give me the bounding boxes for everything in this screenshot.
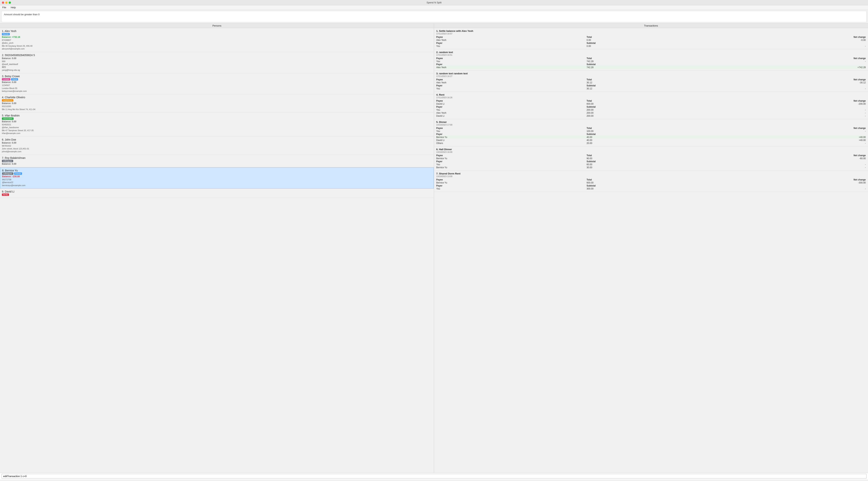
person-detail: Blk 11 Ang Mo Kio Street 74, #11-04 <box>2 108 432 111</box>
command-input[interactable] <box>1 474 867 479</box>
row-label: Alex Yeoh <box>436 66 587 69</box>
row-total: 600.00 <box>587 181 716 184</box>
person-item[interactable]: 3. Betsy Crowe Londonfriend Balance: 0.0… <box>0 73 434 94</box>
menu-file[interactable]: File <box>1 6 7 9</box>
transaction-table: Payee Total Net change You 100.00 - Paye… <box>436 127 866 145</box>
transaction-item[interactable]: 4. Rent 17/11/2023 16:26 Payee Total Net… <box>434 92 868 119</box>
transaction-table: Payee Total Net change Bernice Yu 90.00 … <box>436 154 866 169</box>
row-netchange: - <box>715 44 866 47</box>
row-total: 200.00 <box>587 111 716 115</box>
transactions-list: 1. Settle balance with Alex Yeoh 17/11/2… <box>434 28 868 473</box>
person-detail: 87438807 <box>2 39 432 41</box>
person-item[interactable]: 8. Bernice Yu colleaguesfriends Balance:… <box>0 167 434 189</box>
netchange-empty <box>715 41 866 44</box>
person-item[interactable]: 2. 5920345089284059824 5 Balance: 0.00 9… <box>0 52 434 73</box>
transaction-item[interactable]: 2. random text 17/11/2023 16:51 Payee To… <box>434 49 868 71</box>
persons-list: 1. Alex Yeoh friends Balance: +732.16 87… <box>0 28 434 473</box>
subtotal-label: Subtotal <box>587 184 716 187</box>
transaction-item[interactable]: 7. Shared Dorm Rent 13/10/2023 13:00 Pay… <box>434 171 868 192</box>
person-item[interactable]: 5. Irfan Ibrahim classmates Balance: 0.0… <box>0 113 434 137</box>
transaction-date: 17/11/2023 16:26 <box>436 96 866 99</box>
person-item[interactable]: 4. Charlotte Oliveiro neighbours Balance… <box>0 94 434 113</box>
subtotal-label: Subtotal <box>587 63 716 66</box>
row-label: David Li <box>436 139 587 142</box>
person-item[interactable]: 9. David Li family <box>0 189 434 198</box>
person-tag: London <box>2 78 10 81</box>
subtotal-label: Subtotal <box>587 160 716 163</box>
person-tag: colleagues <box>2 172 13 175</box>
person-detail: @bernice22 <box>2 181 432 184</box>
payee-header-label: Payee <box>436 178 587 181</box>
person-tag: family <box>2 193 9 196</box>
person-detail: johnd@example.com <box>2 150 432 153</box>
person-detail: John street, block 123,#01-01 <box>2 147 432 150</box>
row-netchange: +40.00 <box>715 139 866 142</box>
row-label: You <box>436 60 587 63</box>
row-total: 200.00 <box>587 115 716 118</box>
person-name: 5. Irfan Ibrahim <box>2 114 432 117</box>
row-netchange: +742.28 <box>715 66 866 69</box>
row-total: 742.28 <box>587 60 716 63</box>
transaction-item[interactable]: 1. Settle balance with Alex Yeoh 17/11/2… <box>434 28 868 49</box>
person-detail: 98765432 <box>2 145 432 147</box>
error-banner: Amount should be greater than 0 <box>1 11 867 22</box>
maximize-button[interactable] <box>9 1 11 4</box>
person-name: 8. Bernice Yu <box>2 169 432 172</box>
person-item[interactable]: 1. Alex Yeoh friends Balance: +732.16 87… <box>0 28 434 52</box>
transaction-date: 13/10/2023 16:00 <box>436 151 866 153</box>
row-netchange: - <box>715 142 866 145</box>
row-label: You <box>436 187 587 190</box>
transactions-panel: Transactions 1. Settle balance with Alex… <box>434 24 868 473</box>
payer-label: Payer <box>436 133 587 136</box>
menu-help[interactable]: Help <box>10 6 17 9</box>
payer-label: Payer <box>436 105 587 108</box>
persons-header: Persons <box>0 24 434 28</box>
row-netchange: - <box>715 60 866 63</box>
close-button[interactable] <box>2 1 4 4</box>
transaction-title: 3. random text random text <box>436 72 866 75</box>
row-total: 90.00 <box>587 157 716 160</box>
person-details: 93210283Blk 11 Ang Mo Kio Street 74, #11… <box>2 105 432 111</box>
person-details: 87438807@alex_yeohBlk 30 Geylang Street … <box>2 39 432 51</box>
row-total: 40.00 <box>587 136 716 139</box>
person-detail: 93210283 <box>2 105 432 108</box>
transaction-item[interactable]: 5. Dinner 14/10/2023 17:00 Payee Total N… <box>434 119 868 147</box>
transaction-date: 17/11/2023 16:51 <box>436 54 866 56</box>
row-total: 30.12 <box>587 87 716 90</box>
row-total: 20.00 <box>587 142 716 145</box>
person-detail: betsycrowe@example.com <box>2 90 432 93</box>
transaction-item[interactable]: 6. Hall Dinner 13/10/2023 16:00 Payee To… <box>434 147 868 171</box>
person-name: 9. David Li <box>2 190 432 193</box>
total-header-label: Total <box>587 78 716 81</box>
person-item[interactable]: 6. John Doe Balance: 0.00 98765432John s… <box>0 137 434 155</box>
person-balance: Balance: +732.16 <box>2 36 432 38</box>
person-name: 1. Alex Yeoh <box>2 30 432 33</box>
transaction-item[interactable]: 3. random text random text 17/11/2023 16… <box>434 71 868 92</box>
netchange-header-label: Net change <box>715 127 866 130</box>
transaction-table: Payee Total Net change David Li 600.00 -… <box>436 99 866 118</box>
netchange-header-label: Net change <box>715 78 866 81</box>
minimize-button[interactable] <box>5 1 7 4</box>
payer-label: Payer <box>436 63 587 66</box>
person-item[interactable]: 7. Roy Balakrishnan colleagues Balance: … <box>0 155 434 167</box>
payee-header-label: Payee <box>436 99 587 102</box>
person-tag: friends <box>2 33 10 35</box>
person-tag: classmates <box>2 118 13 120</box>
netchange-header-label: Net change <box>715 99 866 102</box>
person-name: 3. Betsy Crowe <box>2 75 432 78</box>
person-balance: Balance: -230.00 <box>2 175 432 178</box>
command-bar <box>0 473 868 480</box>
payer-label: Payer <box>436 84 587 87</box>
row-netchange: - <box>715 115 866 118</box>
payee-header-label: Payee <box>436 36 587 39</box>
row-total: 0.00 <box>587 44 716 47</box>
row-label: You <box>436 44 587 47</box>
payer-label: Payer <box>436 41 587 44</box>
row-label: Others <box>436 142 587 145</box>
transaction-title: 2. random text <box>436 51 866 54</box>
row-total: 40.00 <box>587 139 716 142</box>
row-label: You <box>436 130 587 133</box>
person-balance: Balance: 0.00 <box>2 163 432 165</box>
person-tags: Londonfriend <box>2 78 432 81</box>
person-balance: Balance: 0.00 <box>2 141 432 144</box>
